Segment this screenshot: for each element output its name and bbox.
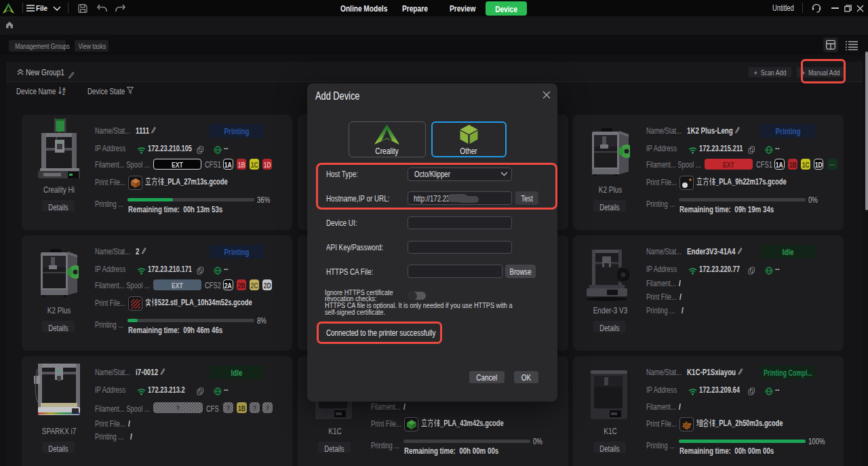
svg-text:Z: Z (62, 91, 65, 95)
